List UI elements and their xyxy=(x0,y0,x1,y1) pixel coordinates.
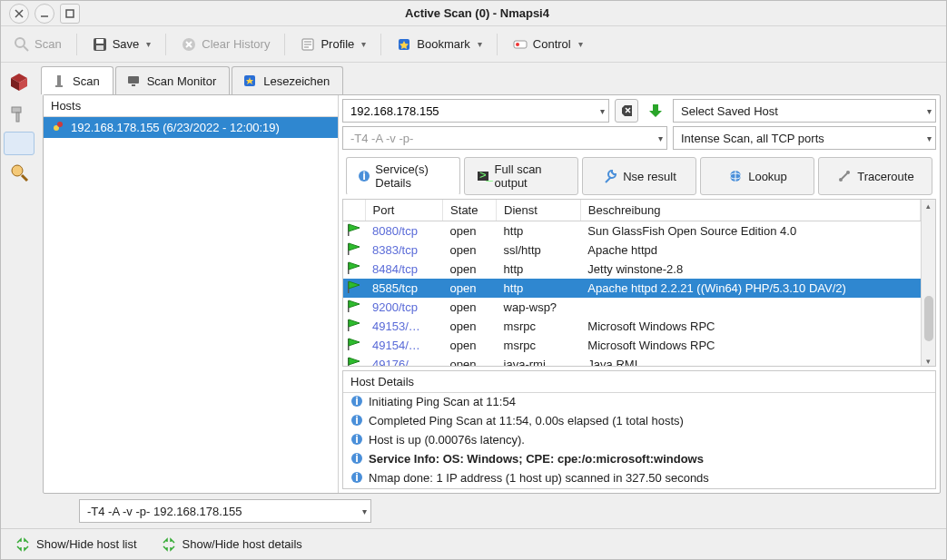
saved-host-select[interactable]: Select Saved Host▾ xyxy=(673,99,936,123)
toggle-host-details-button[interactable]: Show/Hide host details xyxy=(153,532,311,557)
expand-icon xyxy=(161,536,177,553)
vertical-scrollbar[interactable]: ▴ ▾ xyxy=(921,200,935,366)
history-dropdown[interactable]: -T4 -A -v -p- 192.168.178.155▾ xyxy=(79,499,371,523)
bookmark-button[interactable]: Bookmark ▾ xyxy=(390,33,488,56)
port-cell: 8585/tcp xyxy=(372,281,418,295)
profile-select[interactable]: Intense Scan, all TCP ports▾ xyxy=(673,126,936,150)
info-icon: i xyxy=(358,168,370,184)
svg-rect-22 xyxy=(12,107,21,113)
host-detail-row: iCompleted Ping Scan at 11:54, 0.00s ela… xyxy=(343,412,935,431)
table-row[interactable]: 9200/tcp open wap-wsp? xyxy=(343,298,921,317)
window-minimize-button[interactable] xyxy=(35,4,54,24)
host-list-item[interactable]: 192.168.178.155 (6/23/2022 - 12:00:19) xyxy=(44,117,338,138)
sidetool-cube[interactable] xyxy=(4,66,35,97)
table-row[interactable]: 49154/… open msrpc Microsoft Windows RPC xyxy=(343,336,921,355)
args-input[interactable] xyxy=(350,127,645,149)
sidetool-find[interactable] xyxy=(4,132,35,155)
subtab-lookup[interactable]: Lookup xyxy=(700,157,814,195)
target-input-wrap[interactable]: ▾ xyxy=(342,99,609,123)
desc-cell: Microsoft Windows RPC xyxy=(580,317,920,336)
svg-line-27 xyxy=(22,175,27,181)
col-state[interactable]: State xyxy=(443,200,497,221)
chevron-down-icon[interactable]: ▾ xyxy=(658,133,663,143)
chevron-down-icon: ▾ xyxy=(361,39,366,49)
subtab-full-output[interactable]: >_Full scan output xyxy=(464,157,578,195)
sidetool-zoom[interactable] xyxy=(4,157,35,188)
tab-scan-monitor[interactable]: Scan Monitor xyxy=(115,66,231,94)
svg-marker-53 xyxy=(349,262,360,270)
svg-marker-51 xyxy=(349,243,360,251)
target-input[interactable] xyxy=(350,100,587,122)
ports-table[interactable]: Port State Dienst Beschreibung 8080/tcp … xyxy=(343,200,921,366)
save-icon xyxy=(92,36,108,53)
control-button[interactable]: Control ▾ xyxy=(507,33,588,56)
state-cell: open xyxy=(443,336,497,355)
profile-button[interactable]: Profile ▾ xyxy=(294,33,371,56)
clear-target-button[interactable] xyxy=(615,99,638,123)
desc-cell: Microsoft Windows RPC xyxy=(580,336,920,355)
clear-icon xyxy=(181,36,197,53)
save-button[interactable]: Save ▾ xyxy=(86,33,157,56)
table-row[interactable]: 49176/… open java-rmi Java RMI xyxy=(343,355,921,366)
svg-text:i: i xyxy=(355,471,359,484)
host-detail-row: iHost is up (0.00076s latency). xyxy=(343,431,935,450)
service-cell: ssl/http xyxy=(497,241,581,260)
profile-icon xyxy=(300,36,316,53)
chevron-down-icon: ▾ xyxy=(146,39,151,49)
state-cell: open xyxy=(443,221,497,241)
scroll-thumb[interactable] xyxy=(924,296,933,341)
args-input-wrap[interactable]: ▾ xyxy=(342,126,667,150)
col-port[interactable]: Port xyxy=(365,200,443,221)
flag-icon xyxy=(343,279,365,298)
table-row[interactable]: 8484/tcp open http Jetty winstone-2.8 xyxy=(343,260,921,279)
flag-icon xyxy=(343,221,365,241)
scan-button[interactable]: Scan xyxy=(8,33,67,56)
hosts-pane: Hosts 192.168.178.155 (6/23/2022 - 12:00… xyxy=(44,95,339,493)
subtab-nse[interactable]: Nse result xyxy=(582,157,696,195)
desc-cell: Apache httpd 2.2.21 ((Win64) PHP/5.3.10 … xyxy=(580,279,920,298)
table-row[interactable]: 8585/tcp open http Apache httpd 2.2.21 (… xyxy=(343,279,921,298)
chevron-down-icon[interactable]: ▾ xyxy=(600,106,605,116)
scroll-down-icon[interactable]: ▾ xyxy=(926,357,931,366)
svg-marker-61 xyxy=(349,339,360,346)
subtab-services[interactable]: iService(s) Details xyxy=(346,157,460,195)
svg-marker-55 xyxy=(349,281,360,289)
port-cell: 49154/… xyxy=(372,339,420,352)
route-icon xyxy=(836,168,853,184)
scroll-up-icon[interactable]: ▴ xyxy=(926,201,931,211)
svg-point-34 xyxy=(57,122,63,127)
port-cell: 49176/… xyxy=(372,358,420,366)
svg-point-26 xyxy=(12,165,23,176)
host-detail-text: Completed Ping Scan at 11:54, 0.00s elap… xyxy=(369,414,684,427)
svg-rect-31 xyxy=(132,84,135,86)
col-description[interactable]: Beschreibung xyxy=(580,200,920,221)
service-cell: http xyxy=(497,221,581,241)
flag-icon xyxy=(343,298,365,317)
globe-icon xyxy=(727,168,744,184)
host-detail-row: iNmap done: 1 IP address (1 host up) sca… xyxy=(343,469,935,488)
desc-cell: Sun GlassFish Open Source Edition 4.0 xyxy=(580,221,920,241)
info-icon: i xyxy=(350,471,363,486)
run-scan-button[interactable] xyxy=(644,99,667,123)
terminal-icon: >_ xyxy=(476,168,490,184)
col-service[interactable]: Dienst xyxy=(497,200,581,221)
flag-icon xyxy=(343,260,365,279)
toggle-host-list-button[interactable]: Show/Hide host list xyxy=(6,532,145,557)
clear-history-button[interactable]: Clear History xyxy=(175,33,275,56)
host-detail-text: Nmap done: 1 IP address (1 host up) scan… xyxy=(369,471,709,485)
save-label: Save xyxy=(113,37,140,51)
tab-scan[interactable]: Scan xyxy=(41,66,113,94)
table-row[interactable]: 49153/… open msrpc Microsoft Windows RPC xyxy=(343,317,921,336)
host-detail-text: Host is up (0.00076s latency). xyxy=(369,433,525,447)
control-icon xyxy=(512,36,528,53)
window-maximize-button[interactable] xyxy=(60,4,80,24)
info-icon: i xyxy=(350,452,363,467)
table-row[interactable]: 8383/tcp open ssl/http Apache httpd xyxy=(343,241,921,260)
sidetool-hammer[interactable] xyxy=(4,99,35,130)
search-icon xyxy=(14,36,30,53)
table-row[interactable]: 8080/tcp open http Sun GlassFish Open So… xyxy=(343,221,921,241)
subtab-traceroute[interactable]: Traceroute xyxy=(818,157,932,195)
tab-lesezeichen[interactable]: Lesezeichen xyxy=(232,66,343,94)
svg-line-47 xyxy=(842,173,847,179)
window-close-button[interactable] xyxy=(9,4,29,24)
